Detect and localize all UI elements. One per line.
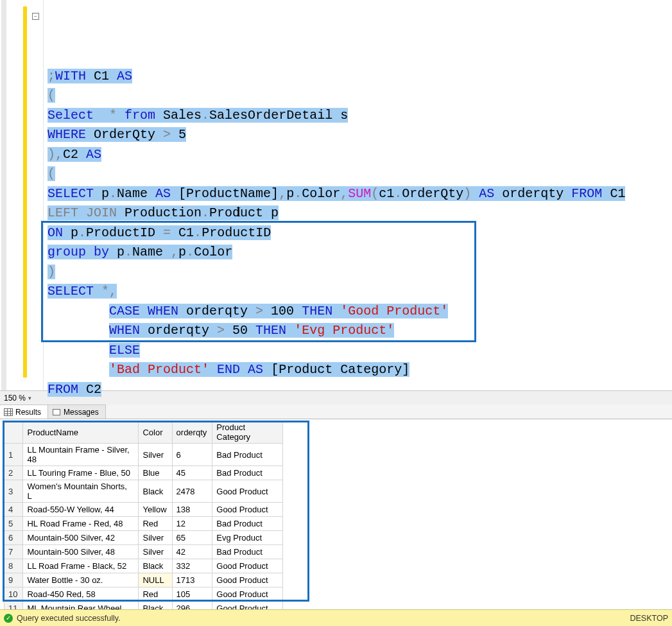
results-table[interactable]: ProductNameColororderqtyProduct Category…	[4, 421, 283, 609]
code-line[interactable]: (	[47, 86, 667, 106]
code-line[interactable]: SELECT p.Name AS [ProductName],p.Color,S…	[47, 184, 667, 204]
editor-gutter: −	[0, 0, 44, 390]
table-row[interactable]: 10Road-450 Red, 58Red105Good Product	[4, 587, 283, 602]
result-tabs: Results Messages	[0, 404, 672, 419]
table-row[interactable]: 4Road-550-W Yellow, 44Yellow138Good Prod…	[4, 503, 283, 517]
code-line[interactable]: ),C2 AS	[47, 145, 667, 165]
table-row[interactable]: 3Women's Mountain Shorts, LBlack2478Good…	[4, 480, 283, 503]
status-text: Query executed successfully.	[17, 614, 121, 623]
column-header[interactable]	[4, 421, 23, 444]
text-cursor: I	[236, 202, 241, 223]
code-line[interactable]: LEFT JOIN Production.Product p	[47, 204, 667, 223]
table-row[interactable]: 5HL Road Frame - Red, 48Red12Bad Product	[4, 517, 283, 531]
status-bar: ✓ Query executed successfully. DESKTOP	[0, 609, 672, 626]
check-icon: ✓	[4, 614, 13, 623]
code-line[interactable]: 'Bad Product' END AS [Product Category]	[47, 360, 667, 380]
code-line[interactable]: WHERE OrderQty > 5	[47, 125, 667, 145]
table-row[interactable]: 8LL Road Frame - Black, 52Black332Good P…	[4, 559, 283, 573]
tab-results-label: Results	[15, 408, 41, 417]
table-row[interactable]: 7Mountain-500 Silver, 48Silver42Bad Prod…	[4, 545, 283, 559]
table-row[interactable]: 2LL Touring Frame - Blue, 50Blue45Bad Pr…	[4, 466, 283, 480]
tab-messages-label: Messages	[64, 408, 99, 417]
code-line[interactable]: ON p.ProductID = C1.ProductID	[47, 223, 667, 243]
tab-messages[interactable]: Messages	[48, 404, 106, 419]
message-icon	[52, 408, 61, 416]
sql-editor[interactable]: − ;WITH C1 AS(Select * from Sales.SalesO…	[0, 0, 672, 390]
code-line[interactable]: SELECT *,	[47, 282, 667, 302]
status-connection: DESKTOP	[630, 614, 668, 623]
grid-icon	[4, 408, 13, 416]
code-line[interactable]: ;WITH C1 AS	[47, 67, 667, 87]
results-pane[interactable]: ProductNameColororderqtyProduct Category…	[0, 419, 672, 609]
zoom-level[interactable]: 150 %	[4, 394, 26, 403]
code-line[interactable]: CASE WHEN orderqty > 100 THEN 'Good Prod…	[47, 302, 667, 322]
table-row[interactable]: 9Water Bottle - 30 oz.NULL1713Good Produ…	[4, 573, 283, 587]
table-row[interactable]: 11ML Mountain Rear WheelBlack296Good Pro…	[4, 602, 283, 610]
code-line[interactable]: group by p.Name ,p.Color	[47, 243, 667, 263]
column-header[interactable]: Product Category	[212, 421, 283, 444]
code-line[interactable]: WHEN orderqty > 50 THEN 'Evg Product'	[47, 321, 667, 341]
change-indicator	[23, 6, 27, 378]
code-line[interactable]: FROM C2	[47, 380, 667, 400]
column-header[interactable]: ProductName	[23, 421, 139, 444]
code-line[interactable]: )	[47, 263, 667, 283]
table-row[interactable]: 6Mountain-500 Silver, 42Silver65Evg Prod…	[4, 531, 283, 545]
code-pane[interactable]: ;WITH C1 AS(Select * from Sales.SalesOrd…	[44, 0, 672, 390]
table-row[interactable]: 1LL Mountain Frame - Silver, 48Silver6Ba…	[4, 444, 283, 466]
code-line[interactable]: ELSE	[47, 341, 667, 361]
column-header[interactable]: Color	[139, 421, 172, 444]
chevron-down-icon[interactable]: ▾	[28, 395, 31, 401]
code-line[interactable]: (	[47, 164, 667, 184]
column-header[interactable]: orderqty	[172, 421, 212, 444]
fold-toggle[interactable]: −	[32, 13, 39, 20]
tab-results[interactable]: Results	[0, 404, 48, 419]
code-line[interactable]: Select * from Sales.SalesOrderDetail s	[47, 106, 667, 126]
